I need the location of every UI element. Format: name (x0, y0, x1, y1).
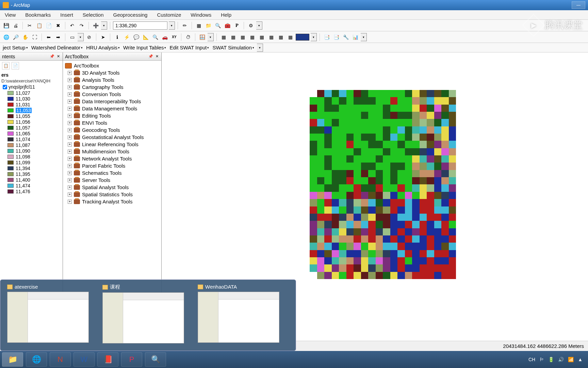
toolbox-item[interactable]: +Parcel Fabric Tools (64, 162, 161, 169)
time-slider-button[interactable]: ⏱ (184, 33, 192, 41)
close-icon[interactable]: ✕ (56, 54, 61, 59)
expand-icon[interactable]: + (68, 142, 72, 147)
add-data-button[interactable] (92, 21, 100, 30)
redo-button[interactable] (78, 21, 86, 30)
create-viewer-button[interactable]: 🪟 (198, 33, 206, 41)
editor-btn-5[interactable]: ▦ (258, 33, 266, 41)
html-popup-button[interactable]: 💬 (132, 33, 140, 41)
menu-customize[interactable]: Customize (156, 11, 182, 18)
identify-button[interactable] (113, 33, 121, 41)
swat-dropdown[interactable]: ▾ (257, 44, 263, 52)
pan-button[interactable] (21, 33, 29, 41)
editor-btn-2[interactable]: ▦ (229, 33, 237, 41)
expand-icon[interactable]: + (68, 128, 72, 132)
swat-hru-analysis[interactable]: HRU Analysis▾ (85, 44, 120, 51)
expand-icon[interactable]: + (68, 193, 72, 197)
editor-btn-1[interactable]: ▦ (219, 33, 228, 41)
legend-item[interactable]: 11,098 (7, 154, 61, 159)
expand-icon[interactable]: + (68, 171, 72, 175)
expand-icon[interactable]: + (68, 78, 72, 82)
toolbox-item[interactable]: +Tracking Analyst Tools (64, 198, 161, 205)
measure-button[interactable] (142, 33, 150, 41)
select-elements-button[interactable] (99, 33, 107, 41)
close-icon[interactable]: ✕ (154, 54, 159, 59)
legend-item[interactable]: 11,056 (7, 119, 61, 125)
select-features-button[interactable]: ▭ (68, 33, 76, 41)
onenote-icon[interactable]: N (50, 352, 71, 367)
toolbox-item[interactable]: +Linear Referencing Tools (64, 141, 161, 148)
toolbox-item[interactable]: +3D Analyst Tools (64, 69, 161, 76)
scale-dropdown[interactable]: ▾ (169, 21, 175, 30)
find-button[interactable] (151, 33, 159, 41)
fill-color-swatch[interactable] (296, 34, 309, 41)
editor-btn-4[interactable]: ▦ (248, 33, 256, 41)
toolbox-item[interactable]: +Cartography Tools (64, 83, 161, 91)
toolbox-item[interactable]: +Server Tools (64, 177, 161, 184)
pin-icon[interactable]: 📌 (148, 54, 153, 59)
zoom-in-button[interactable] (2, 33, 10, 41)
arctoolbox-button[interactable] (223, 21, 231, 30)
toc-button[interactable] (195, 21, 203, 30)
ime-indicator[interactable]: CH (528, 357, 535, 362)
georef-dropdown[interactable]: ▾ (361, 33, 367, 41)
pin-icon[interactable]: 📌 (50, 54, 54, 59)
chevron-up-icon[interactable]: ▲ (578, 357, 583, 362)
minimize-button[interactable]: — (572, 1, 585, 9)
legend-item[interactable]: 11,074 (7, 137, 61, 142)
model-builder-button[interactable]: ⚙ (247, 21, 255, 30)
menu-geoprocessing[interactable]: Geoprocessing (112, 11, 149, 18)
toolbox-item[interactable]: +ENVI Tools (64, 119, 161, 126)
editor-toolbar-button[interactable] (181, 21, 189, 30)
expand-icon[interactable]: + (68, 150, 72, 154)
find-route-button[interactable]: 🚗 (161, 33, 169, 41)
search-button[interactable] (214, 21, 222, 30)
swat-write-input-tables[interactable]: Write Input Tables▾ (122, 44, 167, 51)
legend-item[interactable]: 11,027 (7, 90, 61, 96)
catalog-button[interactable] (204, 21, 212, 30)
toolbox-item[interactable]: +Conversion Tools (64, 91, 161, 98)
layer-row[interactable]: ynqslprjfcl11 (3, 84, 61, 90)
toolbox-item[interactable]: +Spatial Statistics Tools (64, 191, 161, 198)
toolbox-item[interactable]: +Schematics Tools (64, 169, 161, 177)
select-dropdown[interactable]: ▾ (78, 33, 84, 41)
editor-btn-3[interactable]: ▦ (239, 33, 247, 41)
legend-item[interactable]: 11,400 (7, 177, 61, 183)
undo-button[interactable] (68, 21, 76, 30)
editor-btn-6[interactable]: ▦ (267, 33, 275, 41)
toolbox-item[interactable]: +Geostatistical Analyst Tools (64, 134, 161, 141)
legend-item[interactable]: 11,065 (7, 131, 61, 136)
swat-simulation[interactable]: SWAT Simulation▾ (212, 44, 255, 51)
thumb-2[interactable]: 课程 (102, 284, 184, 347)
toolbox-item[interactable]: +Editing Tools (64, 112, 161, 119)
swat-watershed-delineator[interactable]: Watershed Delineator▾ (31, 44, 84, 51)
toolbox-item[interactable]: +Network Analyst Tools (64, 155, 161, 162)
expand-icon[interactable]: + (68, 200, 72, 204)
delete-button[interactable] (54, 21, 62, 30)
prev-extent-button[interactable] (45, 33, 53, 41)
legend-item[interactable]: 11,099 (7, 160, 61, 165)
legend-item[interactable]: 11,090 (7, 148, 61, 154)
menu-bookmarks[interactable]: Bookmarks (24, 11, 52, 18)
clear-selection-button[interactable]: ⊘ (85, 33, 93, 41)
menu-insert[interactable]: Insert (59, 11, 75, 18)
list-by-drawing-button[interactable]: 📋 (2, 62, 10, 70)
georef-btn-1[interactable]: 📑 (323, 33, 331, 41)
expand-icon[interactable]: + (68, 135, 72, 139)
expand-icon[interactable]: + (68, 185, 72, 189)
data-source-path[interactable]: D:\swatexercise\YANQIH (1, 78, 61, 83)
expand-icon[interactable]: + (68, 114, 72, 118)
toolbox-root[interactable]: ArcToolbox (64, 62, 161, 69)
georef-btn-3[interactable]: 🔧 (342, 33, 350, 41)
action-center-icon[interactable]: 🏳 (539, 357, 544, 362)
legend-item[interactable]: 11,057 (7, 125, 61, 131)
go-to-xy-button[interactable] (170, 33, 178, 41)
powerpoint-icon[interactable]: P (121, 352, 142, 367)
menu-help[interactable]: Help (219, 11, 233, 18)
toolbox-item[interactable]: +Analysis Tools (64, 76, 161, 83)
expand-icon[interactable]: + (68, 121, 72, 125)
layers-root[interactable]: ers (1, 72, 61, 78)
legend-item[interactable]: 11,474 (7, 183, 61, 188)
cut-button[interactable] (26, 21, 34, 30)
print-button[interactable] (12, 21, 20, 30)
legend-item[interactable]: 11,031 (7, 102, 61, 107)
